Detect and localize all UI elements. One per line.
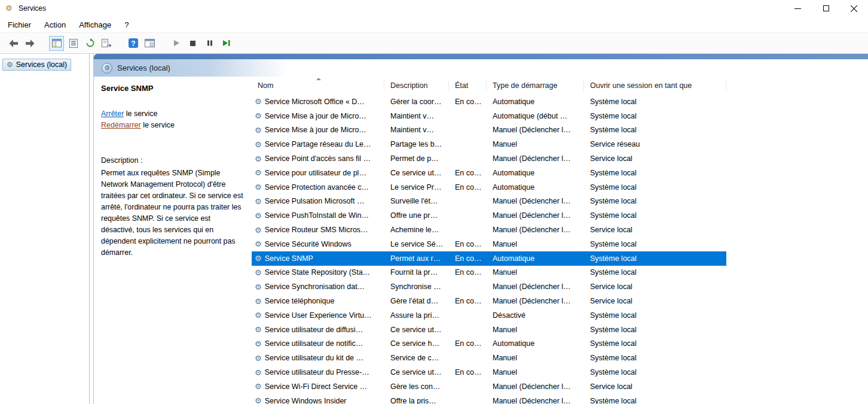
services-tree-icon: ⚙ xyxy=(7,60,13,69)
service-name-cell: ⚙Service Pulsation Microsoft … xyxy=(252,197,384,206)
service-detail-pane: Service SNMP Arrêter le service Redémarr… xyxy=(94,77,252,404)
table-row[interactable]: ⚙Service Pulsation Microsoft … Surveille… xyxy=(252,195,726,209)
table-row[interactable]: ⚙Service Partage réseau du Le… Partage l… xyxy=(252,137,726,151)
service-name: Service Mise à jour de Micro… xyxy=(265,126,366,134)
service-startup-type-cell: Automatique xyxy=(487,98,584,106)
close-button[interactable] xyxy=(840,0,868,17)
tree-item-services-local[interactable]: ⚙ Services (local) xyxy=(2,59,71,71)
service-name: Service Point d'accès sans fil … xyxy=(265,154,371,163)
stop-icon xyxy=(190,40,196,47)
services-table: Nom Description État Type de démarrage O… xyxy=(252,77,868,404)
column-header-description[interactable]: Description xyxy=(384,80,449,92)
table-row[interactable]: ⚙Service téléphonique Gère l'état d… En … xyxy=(252,294,726,308)
properties-button[interactable] xyxy=(66,36,81,51)
service-name: Service Pulsation Microsoft … xyxy=(265,197,365,205)
service-name-cell: ⚙Service téléphonique xyxy=(252,297,384,306)
forward-button[interactable] xyxy=(23,36,38,51)
service-startup-type-cell: Manuel (Déclencher l… xyxy=(487,154,584,163)
services-header-title: Services (local) xyxy=(117,63,170,72)
column-header-logon-as[interactable]: Ouvrir une session en tant que xyxy=(584,80,726,92)
table-row[interactable]: ⚙Service Mise à jour de Micro… Maintient… xyxy=(252,123,726,138)
table-row[interactable]: ⚙Service utilisateur du kit de … Service… xyxy=(252,351,726,365)
service-startup-type-cell: Manuel (Déclencher l… xyxy=(487,382,584,391)
table-row[interactable]: ⚙Service Windows Insider Offre la pris… … xyxy=(252,394,726,404)
table-row[interactable]: ⚙Service PushToInstall de Win… Offre une… xyxy=(252,208,726,223)
service-description-cell: Maintient v… xyxy=(384,126,449,134)
help-icon: ? xyxy=(128,38,139,48)
service-state-cell: En co… xyxy=(449,368,487,376)
export-list-button[interactable] xyxy=(99,36,114,51)
service-logon-as-cell: Système local xyxy=(584,112,726,120)
service-gear-icon: ⚙ xyxy=(255,226,262,235)
menu-help[interactable]: ? xyxy=(118,19,135,31)
table-row[interactable]: ⚙Service utilisateur du Presse-… Ce serv… xyxy=(252,365,726,379)
table-row[interactable]: ⚙Service State Repository (Sta… Fournit … xyxy=(252,266,726,280)
refresh-button[interactable] xyxy=(82,36,97,51)
table-row[interactable]: ⚙Service utilisateur de diffusi… Ce serv… xyxy=(252,323,726,337)
table-row[interactable]: ⚙Service Sécurité Windows Le service Sé…… xyxy=(252,237,726,251)
restart-service-link[interactable]: Redémarrer xyxy=(101,121,141,129)
service-startup-type-cell: Manuel xyxy=(487,268,584,277)
service-startup-type-cell: Manuel (Déclencher l… xyxy=(487,211,584,220)
service-logon-as-cell: Système local xyxy=(584,126,726,134)
service-gear-icon: ⚙ xyxy=(255,368,262,377)
service-gear-icon: ⚙ xyxy=(255,254,262,263)
menu-action[interactable]: Action xyxy=(38,19,72,31)
table-row[interactable]: ⚙Service Point d'accès sans fil … Permet… xyxy=(252,151,726,166)
menu-affichage[interactable]: Affichage xyxy=(72,19,118,31)
table-row[interactable]: ⚙Service Mise à jour de Micro… Maintient… xyxy=(252,109,726,123)
service-name-cell: ⚙Service State Repository (Sta… xyxy=(252,268,384,277)
help-button[interactable]: ? xyxy=(126,36,140,51)
service-name-cell: ⚙Service PushToInstall de Win… xyxy=(252,211,384,220)
table-row[interactable]: ⚙Service pour utilisateur de pl… Ce serv… xyxy=(252,166,726,180)
service-description-cell: Le service Sé… xyxy=(384,240,449,248)
menu-fichier[interactable]: Fichier xyxy=(1,19,38,31)
service-logon-as-cell: Service local xyxy=(584,154,726,163)
service-startup-type-cell: Automatique xyxy=(487,254,584,263)
service-state-cell: En co… xyxy=(449,268,487,277)
service-description-cell: Ce service ut… xyxy=(384,169,449,177)
service-name: Service Windows Insider xyxy=(265,397,347,404)
table-row[interactable]: ⚙Service SNMP Permet aux r… En co… Autom… xyxy=(252,251,726,266)
table-row[interactable]: ⚙Service Routeur SMS Micros… Achemine le… xyxy=(252,223,726,237)
table-row[interactable]: ⚙Service utilisateur de notific… Ce serv… xyxy=(252,337,726,351)
table-header: Nom Description État Type de démarrage O… xyxy=(252,77,726,95)
start-service-button[interactable] xyxy=(169,36,184,51)
column-header-name[interactable]: Nom xyxy=(252,80,384,92)
table-rows: ⚙Service Microsoft Office « D… Gérer la … xyxy=(252,95,868,404)
stop-service-link[interactable]: Arrêter xyxy=(101,110,124,118)
service-name: Service User Experience Virtu… xyxy=(265,311,372,320)
restart-service-button[interactable] xyxy=(219,36,234,51)
service-name-cell: ⚙Service Microsoft Office « D… xyxy=(252,97,384,106)
table-row[interactable]: ⚙Service Microsoft Office « D… Gérer la … xyxy=(252,95,726,109)
table-row[interactable]: ⚙Service Protection avancée c… Le servic… xyxy=(252,180,726,195)
service-name-cell: ⚙Service Routeur SMS Micros… xyxy=(252,226,384,235)
column-header-state[interactable]: État xyxy=(449,80,487,92)
table-row[interactable]: ⚙Service Synchronisation dat… Synchronis… xyxy=(252,280,726,294)
window-controls xyxy=(784,0,868,17)
column-header-startup-type[interactable]: Type de démarrage xyxy=(487,80,584,92)
minimize-button[interactable] xyxy=(784,0,812,17)
table-row[interactable]: ⚙Service Wi-Fi Direct Service … Gère les… xyxy=(252,379,726,394)
show-console-tree-button[interactable] xyxy=(49,36,64,51)
service-logon-as-cell: Système local xyxy=(584,197,726,205)
service-name: Service State Repository (Sta… xyxy=(265,268,370,277)
svg-text:?: ? xyxy=(131,40,135,48)
table-row[interactable]: ⚙Service User Experience Virtu… Assure l… xyxy=(252,308,726,323)
pane-splitter[interactable] xyxy=(90,54,94,404)
service-description-cell: Assure la pri… xyxy=(384,311,449,320)
taskpad-view-button[interactable] xyxy=(142,36,157,51)
back-button[interactable] xyxy=(6,36,21,51)
service-logon-as-cell: Service local xyxy=(584,382,726,391)
service-name-cell: ⚙Service Mise à jour de Micro… xyxy=(252,111,384,120)
service-logon-as-cell: Système local xyxy=(584,240,726,248)
stop-service-button[interactable] xyxy=(185,36,200,51)
maximize-button[interactable] xyxy=(812,0,840,17)
selected-service-title: Service SNMP xyxy=(101,84,248,93)
start-icon xyxy=(173,40,180,47)
service-startup-type-cell: Désactivé xyxy=(487,311,584,320)
pause-service-button[interactable] xyxy=(202,36,217,51)
main-pane: ⚙ Services (local) Service SNMP Arrêter … xyxy=(94,54,868,404)
menu-bar: Fichier Action Affichage ? xyxy=(0,17,868,32)
console-tree-icon xyxy=(52,39,62,47)
